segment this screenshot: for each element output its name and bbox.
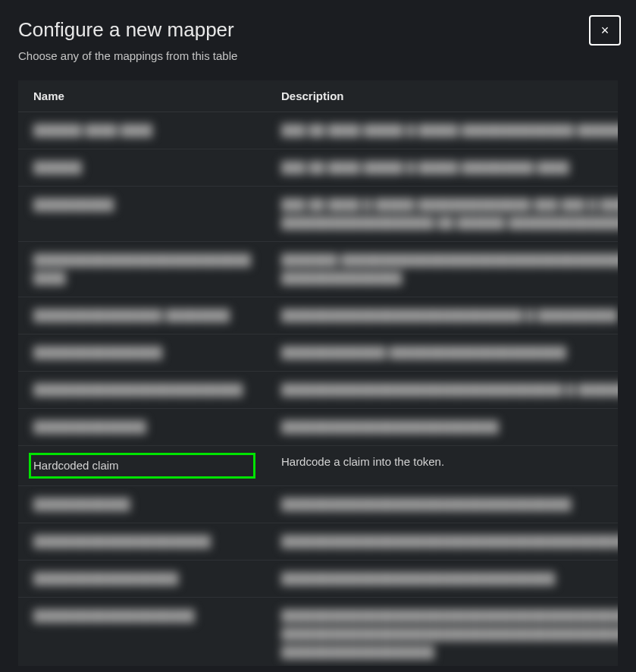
mapper-description-cell: ████████████████████████████████████████… [266,523,618,561]
mapper-name-cell: ██████████████████ [18,561,266,598]
table-row[interactable]: ████████████████████████████████████████… [18,486,618,523]
close-icon: × [601,23,609,39]
table-row[interactable]: █████████ ██ ████ █████ █ █████ ████████… [18,149,618,187]
table-row[interactable]: Hardcoded claimHardcode a claim into the… [18,446,618,486]
mapper-name-cell: ██████ [18,149,266,187]
mapper-description-cell: █████████████ ██████████████████████ [266,334,618,372]
mapper-description-cell: ███████████████████████████ [266,409,618,446]
mapper-table-scroll[interactable]: Name Description ██████ ████ ███████ ██ … [18,80,618,666]
mapper-name-cell: Hardcoded claim [18,446,266,486]
mapper-description-cell: ███ ██ ████ █ █████ ██████████████ ███ █… [266,187,618,242]
modal-title: Configure a new mapper [18,18,618,42]
column-header-name: Name [18,80,266,112]
mapper-description-cell: ███ ██ ████ █████ █ █████ █████████ ████ [266,149,618,187]
mapper-name-cell: ███████████████████████████ ████ [18,242,266,297]
mapper-name-cell: ██████ ████ ████ [18,112,266,149]
mapper-description-cell: ██████████████████████████████████ [266,561,618,598]
mapper-name-cell: ████████████████ ████████ [18,297,266,334]
table-row[interactable]: ████████████████████████████████████████… [18,372,618,409]
table-row[interactable]: ██████ ████ ███████ ██ ████ █████ █ ████… [18,112,618,149]
table-row[interactable]: █████████████ ██ ████ █ █████ ██████████… [18,187,618,242]
mapper-table: Name Description ██████ ████ ███████ ██ … [18,80,618,666]
mapper-description-cell: ██████████████████████████████ █ ███████… [266,297,618,334]
mapper-modal: × Configure a new mapper Choose any of t… [0,0,636,672]
table-row[interactable]: ████████████████████████████████████████… [18,523,618,561]
table-row[interactable]: ████████████████████████████████████████… [18,409,618,446]
table-row[interactable]: ████████████████ ███████████████████████… [18,297,618,334]
mapper-description-cell: Hardcode a claim into the token. [266,446,618,486]
mapper-description-cell: ███████ ████████████████████████████████… [266,242,618,297]
table-header-row: Name Description [18,80,618,112]
table-row[interactable]: █████████████████████████████ ██████████… [18,334,618,372]
modal-subtitle: Choose any of the mappings from this tab… [18,49,618,62]
column-header-description: Description [266,80,618,112]
mapper-name-cell: ████████████ [18,486,266,523]
mapper-name-cell: ██████████████████████████ [18,372,266,409]
mapper-name-cell: ████████████████ [18,334,266,372]
mapper-description-cell: ███████████████████████████████████ █ ██… [266,372,618,409]
mapper-description-cell: ████████████████████████████████████ [266,486,618,523]
mapper-name-cell: ██████████████████████ [18,523,266,561]
mapper-name-cell: ██████████████ [18,409,266,446]
mapper-name-cell: ██████████ [18,187,266,242]
mapper-description-cell: ████████████████████████████████████████… [266,598,618,667]
close-button[interactable]: × [589,15,621,46]
table-row[interactable]: ███████████████████████████ ███████████ … [18,242,618,297]
table-row[interactable]: ████████████████████████████████████████… [18,561,618,598]
mapper-name-cell: ████████████████████ [18,598,266,667]
table-row[interactable]: ████████████████████████████████████████… [18,598,618,667]
mapper-description-cell: ███ ██ ████ █████ █ █████ ██████████████… [266,112,618,149]
